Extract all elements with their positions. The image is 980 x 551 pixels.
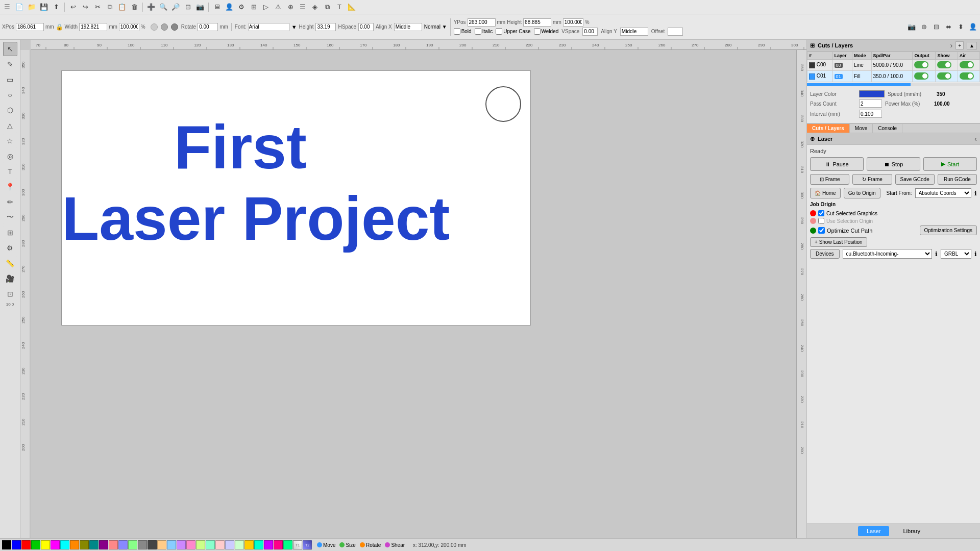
tab-move[interactable]: Move — [850, 124, 873, 133]
layer-1-air-toggle[interactable] — [960, 72, 974, 80]
curve-tool[interactable]: 〜 — [3, 210, 17, 224]
device-select[interactable]: cu.Bluetooth-Incoming- — [843, 249, 932, 259]
swatch-17[interactable] — [167, 540, 176, 549]
swatch-7[interactable] — [70, 540, 79, 549]
camera-icon[interactable]: 📷 — [195, 2, 205, 12]
layer-0-air[interactable] — [958, 60, 979, 71]
layer-0-show[interactable] — [936, 60, 958, 71]
swatch-16[interactable] — [157, 540, 166, 549]
interval-input[interactable] — [859, 110, 882, 118]
canvas-content[interactable]: First Laser Project 350 340 330 320 310 … — [31, 50, 806, 538]
layer-1-show[interactable] — [936, 71, 958, 82]
lock-icon[interactable]: 🔒 — [56, 23, 63, 31]
go-to-origin-button[interactable]: Go to Origin — [844, 188, 880, 198]
spiral-tool[interactable]: ◎ — [3, 149, 17, 163]
tab-cuts-layers[interactable]: Cuts / Layers — [807, 124, 850, 133]
optimization-settings-button[interactable]: Optimization Settings — [920, 226, 977, 235]
stop-button[interactable]: ⏹ Stop — [867, 157, 920, 171]
add-icon[interactable]: ➕ — [146, 2, 156, 12]
delete-icon[interactable]: 🗑 — [129, 2, 139, 12]
save-file-icon[interactable]: 💾 — [39, 2, 49, 12]
swatch-8[interactable] — [80, 540, 89, 549]
square2-tool[interactable]: ⊡ — [3, 287, 17, 301]
zoom-icon[interactable]: 🔍 — [158, 2, 168, 12]
polygon-tool[interactable]: ⬡ — [3, 103, 17, 117]
height-pct-input[interactable] — [563, 18, 583, 27]
flow-icon[interactable]: ▷ — [261, 2, 271, 12]
start-button[interactable]: ▶ Start — [923, 157, 977, 171]
swatch-27[interactable] — [264, 540, 273, 549]
redo-icon[interactable]: ↪ — [80, 2, 90, 12]
swatch-2[interactable] — [21, 540, 31, 549]
triangle-tool[interactable]: △ — [3, 118, 17, 133]
swatch-5[interactable] — [51, 540, 60, 549]
flip2-icon[interactable]: ⬍ — [955, 22, 966, 32]
arrange-icon[interactable]: ⧉ — [322, 2, 332, 12]
swatch-24[interactable] — [235, 540, 244, 549]
layer-color-swatch[interactable] — [859, 90, 885, 97]
monitor-icon[interactable]: 🖥 — [212, 2, 222, 12]
settings2-tool[interactable]: ⚙ — [3, 241, 17, 255]
swatch-9[interactable] — [89, 540, 99, 549]
align-icon[interactable]: ☰ — [298, 2, 308, 12]
open-file-icon[interactable]: 📁 — [27, 2, 37, 12]
align-y-input[interactable] — [620, 28, 648, 36]
frame-button-2[interactable]: ↻ Frame — [852, 174, 892, 185]
layer-0-output[interactable] — [913, 60, 936, 71]
layer-1-output[interactable] — [913, 71, 936, 82]
layer-1-show-toggle[interactable] — [937, 72, 951, 80]
layer-0-output-toggle[interactable] — [914, 61, 928, 68]
align-x-input[interactable] — [394, 23, 422, 31]
xpos-input[interactable] — [16, 23, 44, 31]
vspace-input[interactable] — [582, 28, 598, 36]
upper-case-check[interactable]: Upper Case — [496, 28, 530, 35]
optimize-checkbox[interactable] — [818, 227, 825, 234]
camera3-tool[interactable]: 🎥 — [3, 271, 17, 286]
offset-input[interactable] — [668, 28, 683, 36]
swatch-23[interactable] — [225, 540, 234, 549]
new-file-icon[interactable]: 📄 — [14, 2, 24, 12]
italic-check[interactable]: Italic — [475, 28, 493, 35]
font-input[interactable] — [249, 23, 289, 31]
swatch-12[interactable] — [118, 540, 128, 549]
laser-collapse[interactable]: ‹ — [974, 135, 977, 143]
ypos-input[interactable] — [468, 18, 496, 27]
grid-tool[interactable]: ⊞ — [3, 226, 17, 240]
paste-icon[interactable]: 📋 — [117, 2, 127, 12]
font-dropdown-icon[interactable]: ▼ — [291, 24, 297, 30]
pause-button[interactable]: ⏸ Pause — [810, 157, 864, 171]
rect-tool[interactable]: ▭ — [3, 72, 17, 87]
grbl-select[interactable]: GRBL — [941, 249, 971, 259]
color-circle-3[interactable] — [171, 23, 178, 31]
undo-icon[interactable]: ↩ — [68, 2, 78, 12]
circle-tool[interactable]: ○ — [3, 88, 17, 102]
scroll-up[interactable]: ▲ — [967, 42, 977, 49]
toolbar-icon-1[interactable]: ☰ — [2, 2, 12, 12]
pass-count-input[interactable] — [859, 99, 882, 108]
swatch-t2[interactable]: T2 — [303, 540, 312, 549]
layer-0-air-toggle[interactable] — [960, 61, 974, 68]
align2-icon[interactable]: ⊟ — [931, 22, 941, 32]
swatch-28[interactable] — [274, 540, 283, 549]
layer-1-air[interactable] — [958, 71, 979, 82]
bold-check[interactable]: Bold — [454, 28, 472, 35]
width-pct-input[interactable] — [119, 23, 139, 31]
tab-console[interactable]: Console — [873, 124, 902, 133]
zoom-out-icon[interactable]: 🔎 — [170, 2, 181, 12]
swatch-19[interactable] — [186, 540, 195, 549]
run-gcode-button[interactable]: Run GCode — [938, 174, 977, 185]
swatch-14[interactable] — [138, 540, 147, 549]
layer-row-1[interactable]: C01 01 Fill 350.0 / 100.0 — [807, 71, 980, 82]
draw-tool[interactable]: ✎ — [3, 57, 17, 71]
height2-input[interactable] — [315, 23, 336, 31]
swatch-29[interactable] — [283, 540, 292, 549]
pin-tool[interactable]: 📍 — [3, 180, 17, 194]
select-tool[interactable]: ↖ — [3, 42, 17, 56]
swatch-22[interactable] — [215, 540, 225, 549]
normal-dropdown[interactable]: Normal ▼ — [424, 24, 447, 30]
camera2-icon[interactable]: 📷 — [906, 22, 917, 32]
swatch-11[interactable] — [109, 540, 118, 549]
snap-icon[interactable]: ⊕ — [919, 22, 929, 32]
start-from-select[interactable]: Absolute Coords — [915, 188, 971, 198]
color-circle-1[interactable] — [151, 23, 158, 31]
